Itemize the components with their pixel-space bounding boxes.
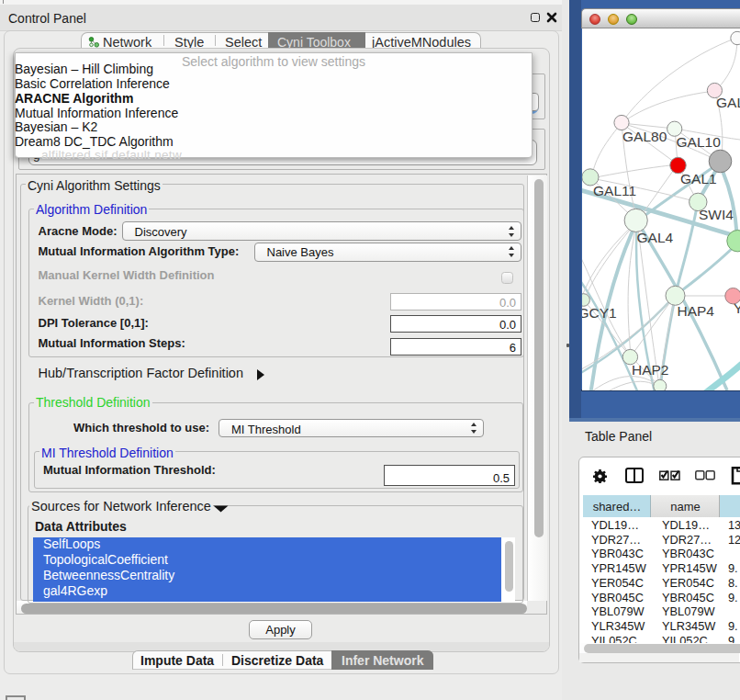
svg-text:HAP2: HAP2 <box>632 362 669 378</box>
svg-text:GAL10: GAL10 <box>677 134 722 150</box>
svg-text:GAL7: GAL7 <box>716 95 740 110</box>
svg-text:GAL1: GAL1 <box>680 171 717 186</box>
svg-text:GAL11: GAL11 <box>593 183 636 198</box>
svg-text:GCY1: GCY1 <box>582 305 617 321</box>
svg-text:YM: YM <box>734 300 740 316</box>
svg-text:HAP4: HAP4 <box>678 303 715 319</box>
svg-text:SWI4: SWI4 <box>699 207 734 222</box>
svg-text:GAL80: GAL80 <box>622 129 667 144</box>
svg-text:GAL4: GAL4 <box>637 230 674 245</box>
